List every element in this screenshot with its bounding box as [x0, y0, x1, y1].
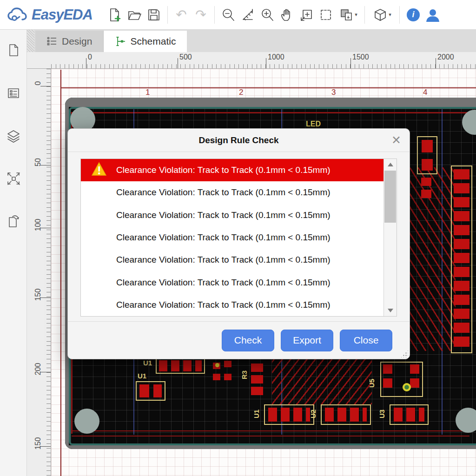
chevron-down-icon: ▾: [355, 12, 357, 18]
trace-bundle: [272, 356, 372, 404]
redo-button[interactable]: ↷: [191, 5, 211, 25]
silkscreen-label: U1: [143, 359, 152, 367]
zoom-out-icon: [221, 7, 236, 22]
new-file-button[interactable]: [105, 5, 125, 25]
horizontal-ruler: 0 500 1000 1500 2000: [27, 52, 476, 69]
tab-design-label: Design: [62, 36, 92, 47]
sidebar-expand-button[interactable]: [5, 170, 22, 187]
open-folder-icon: [127, 7, 142, 22]
ruler-label: 1500: [352, 53, 369, 61]
sidebar-file-button[interactable]: [5, 42, 22, 59]
violation-rows: Clearance Violation: Track to Track (0.1…: [81, 159, 383, 316]
paste-layers-button[interactable]: ▾: [336, 5, 361, 25]
zoom-in-button[interactable]: [258, 5, 277, 25]
export-doc-icon: [6, 214, 21, 229]
undo-icon: ↶: [176, 8, 186, 21]
component-footprint: [136, 381, 165, 401]
tab-schematic[interactable]: Schematic: [104, 31, 187, 52]
silkscreen-label: R3: [240, 370, 248, 379]
document-tabbar: Design Schematic: [27, 30, 476, 52]
violation-list: Clearance Violation: Track to Track (0.1…: [80, 159, 397, 317]
sheet-border-line: [60, 70, 61, 476]
board-frame: [65, 445, 476, 449]
pan-hand-button[interactable]: [277, 5, 297, 25]
smd-pad: [421, 190, 431, 198]
check-button[interactable]: Check: [222, 330, 274, 351]
sidebar-bom-button[interactable]: [5, 85, 22, 101]
dialog-header[interactable]: Design Rule Check ✕: [68, 129, 410, 152]
sheet-column-label: 2: [239, 88, 243, 97]
violation-row[interactable]: Clearance Violation: Track to Track (0.1…: [81, 294, 383, 316]
violation-text: Clearance Violation: Track to Track (0.1…: [116, 165, 331, 175]
panel-gutter[interactable]: [27, 30, 34, 52]
view-3d-button[interactable]: ▾: [369, 5, 396, 25]
ruler-ticks: [46, 69, 51, 476]
violation-text: Clearance Violation: Track to Track (0.1…: [116, 300, 331, 310]
board-frame: [65, 98, 476, 107]
easyeda-window: EasyEDA ↶ ↷: [0, 0, 476, 476]
left-sidebar: [0, 30, 27, 476]
scroll-up-button[interactable]: [384, 159, 397, 170]
violation-text: Clearance Violation: Track to Track (0.1…: [116, 210, 331, 220]
violation-row[interactable]: Clearance Violation: Track to Track (0.1…: [81, 181, 383, 204]
copper-trace: [72, 436, 469, 436]
sheet-column-label: 4: [423, 88, 427, 97]
ruler-label: 0: [88, 53, 92, 61]
sheet-column-label: 3: [331, 88, 336, 97]
undo-button[interactable]: ↶: [172, 5, 191, 25]
save-button[interactable]: [144, 5, 164, 25]
ruler-label: 150: [34, 286, 42, 303]
open-folder-button[interactable]: [125, 5, 144, 25]
ruler-ticks: [51, 64, 476, 68]
cloud-logo-icon: [7, 7, 29, 23]
user-button[interactable]: [423, 5, 443, 25]
toolbar-separator: [214, 6, 215, 24]
vertical-ruler: 0 50 100 150 200 150: [27, 69, 51, 476]
measure-icon: [240, 7, 255, 22]
violation-text: Clearance Violation: Track to Track (0.1…: [116, 255, 331, 265]
violation-row[interactable]: Clearance Violation: Track to Track (0.1…: [81, 226, 383, 249]
user-icon: [425, 8, 441, 22]
sidebar-layers-button[interactable]: [5, 127, 22, 144]
violation-text: Clearance Violation: Track to Track (0.1…: [116, 232, 331, 243]
scroll-down-button[interactable]: [384, 305, 397, 316]
select-area-button[interactable]: [316, 5, 336, 25]
violation-row[interactable]: Clearance Violation: Track to Track (0.1…: [81, 249, 383, 271]
close-button[interactable]: Close: [340, 330, 392, 351]
sidebar-export-button[interactable]: [5, 213, 22, 230]
silkscreen-label: U3: [378, 410, 386, 418]
violation-row-selected[interactable]: Clearance Violation: Track to Track (0.1…: [81, 159, 383, 181]
list-scrollbar[interactable]: [383, 159, 397, 316]
close-icon[interactable]: ✕: [391, 133, 401, 147]
violation-text: Clearance Violation: Track to Track (0.1…: [116, 187, 331, 198]
silkscreen-label: U5: [368, 379, 376, 388]
design-list-icon: [46, 36, 58, 47]
tab-design[interactable]: Design: [35, 31, 104, 52]
triangle-down-icon: [388, 309, 393, 312]
resistor-footprint: [417, 136, 437, 174]
zoom-fit-button[interactable]: [297, 5, 316, 25]
zoom-out-button[interactable]: [218, 5, 238, 25]
measure-button[interactable]: [238, 5, 258, 25]
smd-pad: [224, 361, 231, 367]
ruler-label: 0: [34, 75, 42, 92]
export-button[interactable]: Export: [281, 330, 333, 351]
smd-pad: [224, 374, 231, 380]
smd-pad: [421, 178, 431, 186]
scrollbar-thumb[interactable]: [384, 171, 396, 223]
layers-icon: [6, 128, 21, 144]
design-rule-check-dialog: Design Rule Check ✕ Clearance Violation:…: [67, 128, 410, 359]
ruler-label: 150: [34, 435, 42, 452]
component-footprint: [156, 358, 205, 374]
silkscreen-label: U1: [252, 410, 260, 418]
dialog-title: Design Rule Check: [68, 129, 410, 152]
redo-icon: ↷: [195, 8, 206, 21]
info-button[interactable]: i: [403, 5, 423, 25]
top-toolbar: EasyEDA ↶ ↷: [0, 0, 476, 30]
chevron-down-icon: ▾: [389, 12, 391, 18]
violation-row[interactable]: Clearance Violation: Track to Track (0.1…: [81, 271, 383, 293]
connector-footprint: [264, 404, 314, 425]
easyeda-logo[interactable]: EasyEDA: [7, 7, 105, 23]
violation-row[interactable]: Clearance Violation: Track to Track (0.1…: [81, 204, 383, 226]
silkscreen-label: U2: [309, 410, 317, 418]
